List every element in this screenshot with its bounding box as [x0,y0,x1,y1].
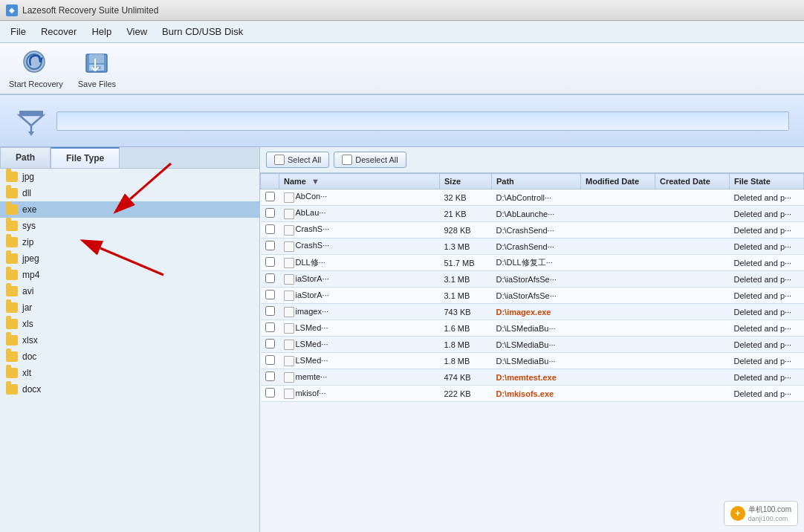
row-checkbox[interactable] [265,257,275,267]
menu-file[interactable]: File [3,23,33,40]
col-state[interactable]: File State [730,174,804,189]
row-modified [581,304,655,320]
row-checkbox-cell[interactable] [261,337,279,353]
row-checkbox[interactable] [265,355,275,365]
file-type-item-xlsx[interactable]: xlsx [0,332,259,348]
select-all-button[interactable]: Select All [266,152,329,168]
file-type-label: xlsx [22,335,38,346]
row-checkbox-cell[interactable] [261,386,279,402]
menu-bar: File Recover Help View Burn CD/USB Disk [0,21,804,43]
save-files-icon [82,48,111,78]
start-recovery-button[interactable]: Start Recovery [9,48,63,88]
file-table: Name ▼ Size Path Modified Date Created D… [260,173,804,532]
file-type-item-zip[interactable]: zip [0,234,259,250]
row-checkbox[interactable] [265,322,275,332]
file-icon [284,307,294,317]
row-state: Deleted and p··· [730,369,804,386]
file-type-item-dll[interactable]: dll [0,185,259,201]
file-icon [284,225,294,236]
row-state: Deleted and p··· [730,320,804,337]
row-name: mkisof··· [279,386,440,402]
row-checkbox-cell[interactable] [261,239,279,255]
folder-icon [6,221,18,231]
col-path[interactable]: Path [492,174,581,189]
row-checkbox[interactable] [265,372,275,381]
row-modified [581,353,655,369]
main-content: Path File Type jpgdllexesyszipjpegmp4avi… [0,147,804,532]
row-path: D:\imagex.exe [492,304,581,320]
col-name[interactable]: Name ▼ [279,174,440,189]
file-type-item-sys[interactable]: sys [0,218,259,234]
row-checkbox-cell[interactable] [261,369,279,386]
row-checkbox[interactable] [265,241,275,250]
row-path: D:\iaStorAfsSe··· [492,271,581,288]
search-input[interactable] [56,111,789,131]
row-path: D:\AbControll··· [492,189,581,206]
tab-file-type[interactable]: File Type [51,147,120,168]
folder-icon [6,351,18,362]
row-name: LSMed··· [279,320,440,337]
table-row: LSMed···1.8 MBD:\LSMediaBu···Deleted and… [261,353,804,369]
file-type-item-jar[interactable]: jar [0,299,259,316]
folder-icon [6,319,18,329]
menu-view[interactable]: View [119,23,155,40]
row-size: 32 KB [440,189,492,206]
row-created [655,239,730,255]
file-type-item-xlt[interactable]: xlt [0,365,259,381]
file-type-label: mp4 [22,270,39,280]
row-checkbox[interactable] [265,192,275,201]
file-type-item-jpg[interactable]: jpg [0,169,259,185]
row-checkbox-cell[interactable] [261,189,279,206]
svg-marker-10 [28,132,34,136]
row-checkbox-cell[interactable] [261,304,279,320]
row-checkbox-cell[interactable] [261,271,279,288]
file-type-label: jpeg [22,253,39,264]
menu-recover[interactable]: Recover [33,23,84,40]
row-checkbox[interactable] [265,388,275,398]
title-bar: ◆ Lazesoft Recovery Suite Unlimited [0,0,804,21]
row-size: 928 KB [440,222,492,239]
file-type-item-mp4[interactable]: mp4 [0,267,259,283]
row-name: iaStorA··· [279,288,440,304]
file-type-item-doc[interactable]: doc [0,348,259,365]
row-checkbox[interactable] [265,290,275,299]
tab-path[interactable]: Path [0,147,51,168]
col-size[interactable]: Size [440,174,492,189]
row-checkbox-cell[interactable] [261,255,279,271]
row-state: Deleted and p··· [730,288,804,304]
col-created[interactable]: Created Date [655,174,730,189]
row-checkbox[interactable] [265,339,275,348]
file-type-label: dll [22,188,31,198]
menu-help[interactable]: Help [84,23,119,40]
row-checkbox[interactable] [265,224,275,234]
row-size: 1.3 MB [440,239,492,255]
row-created [655,369,730,386]
row-created [655,189,730,206]
row-checkbox-cell[interactable] [261,288,279,304]
row-checkbox-cell[interactable] [261,206,279,222]
menu-burn[interactable]: Burn CD/USB Disk [155,23,250,40]
file-type-item-jpeg[interactable]: jpeg [0,250,259,267]
file-type-item-avi[interactable]: avi [0,283,259,299]
file-type-label: exe [22,204,36,215]
row-name: AbLau··· [279,206,440,222]
row-checkbox-cell[interactable] [261,222,279,239]
row-size: 1.8 MB [440,353,492,369]
file-type-item-exe[interactable]: exe [0,201,259,218]
col-modified[interactable]: Modified Date [581,174,655,189]
save-files-button[interactable]: Save Files [78,48,116,88]
row-created [655,288,730,304]
file-type-item-docx[interactable]: docx [0,381,259,398]
row-checkbox-cell[interactable] [261,353,279,369]
row-checkbox[interactable] [265,208,275,218]
row-modified [581,369,655,386]
deselect-all-button[interactable]: Deselect All [334,152,406,168]
row-path: D:\iaStorAfsSe··· [492,288,581,304]
row-checkbox[interactable] [265,306,275,316]
file-type-item-xls[interactable]: xls [0,316,259,332]
row-path: D:\DLL修复工··· [492,255,581,271]
row-checkbox-cell[interactable] [261,320,279,337]
row-checkbox[interactable] [265,273,275,283]
folder-icon [6,172,18,182]
row-modified [581,206,655,222]
